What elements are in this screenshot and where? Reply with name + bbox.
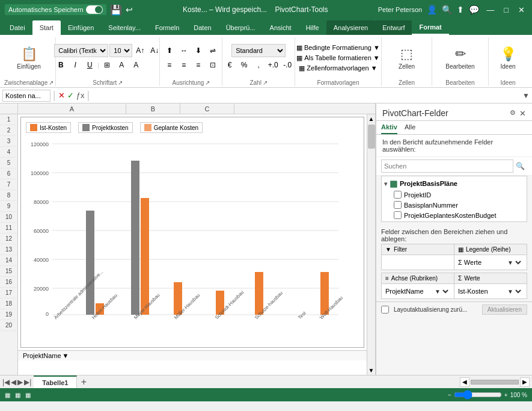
align-center-btn[interactable]: ≡ [177,58,191,72]
align-left-btn[interactable]: ≡ [163,58,176,72]
legende-select[interactable]: ▼ [505,259,523,267]
scroll-down-btn[interactable]: ▼ [367,366,376,375]
bedingte-formatierung-btn[interactable]: ▦ Bedingte Formatierung ▼ [295,43,382,52]
sheet-scroll-right[interactable]: ▶ [520,377,530,387]
wrap-text-btn[interactable]: ⇌ [206,44,219,57]
ideen-btn[interactable]: 💡 Ideen [494,41,522,75]
underline-btn[interactable]: U [83,58,96,72]
zellenformat-btn[interactable]: ▦ Zellenformatvorlagen ▼ [297,64,379,73]
search-icon[interactable]: 🔍 [442,5,452,14]
name-box[interactable]: Kosten na... [2,90,50,102]
align-mid-btn[interactable]: ↔ [177,44,191,57]
share-icon[interactable]: ⬆ [457,5,464,14]
sheet-nav-prev[interactable]: ◀ [11,378,16,386]
increase-font-btn[interactable]: A↑ [133,44,147,57]
legend-ist-kosten[interactable]: Ist-Kosten [26,122,71,133]
tab-format[interactable]: Format [412,20,448,35]
tab-seitenlay[interactable]: Seitenlay... [101,20,148,35]
undo-icon[interactable]: ↩ [126,5,133,14]
font-name-select[interactable]: Calibri (Textk... [54,44,108,57]
save-icon[interactable]: 💾 [110,4,122,16]
formula-expand-icon[interactable]: ▼ [522,91,530,100]
legend-geplante[interactable]: Geplante Kosten [140,122,203,133]
dec-dec-btn[interactable]: -.0 [281,58,294,72]
cancel-formula-icon[interactable]: ✕ [58,91,65,100]
projektid-checkbox[interactable] [394,191,402,199]
align-bot-btn[interactable]: ⬇ [192,44,205,57]
sheet-nav-last[interactable]: ▶| [24,378,31,386]
sheet-scroll-left[interactable]: ◀ [460,377,469,387]
font-color-btn[interactable]: A [129,58,142,72]
scroll-thumb[interactable] [368,125,375,149]
autosave-switch[interactable] [86,5,103,14]
scroll-up-btn[interactable]: ▲ [367,114,376,123]
achse-select[interactable]: ▼ [432,288,450,295]
pivot-field-basisplan[interactable]: BasisplanNummer [384,200,524,210]
border-btn[interactable]: ⊞ [100,58,114,72]
pivot-field-geplantes[interactable]: ProjektGeplantesKostenBudget [384,210,524,220]
sheet-nav-next[interactable]: ▶ [17,378,23,386]
legend-projektkosten[interactable]: Projektkosten [78,122,133,133]
comma-btn[interactable]: , [252,58,265,72]
bold-btn[interactable]: B [54,58,67,72]
werte-select[interactable]: ▼ [505,288,523,295]
align-top-btn[interactable]: ⬆ [163,44,176,57]
chart-area[interactable]: Ist-Kosten Projektkosten Geplante Kosten [18,114,367,375]
pivot-close-icon[interactable]: ✕ [519,109,526,118]
percent-btn[interactable]: % [237,58,251,72]
dec-inc-btn[interactable]: +.0 [266,58,280,72]
fill-color-btn[interactable]: A [115,58,128,72]
tab-ueberprue[interactable]: Überprü... [219,20,263,35]
tab-formeln[interactable]: Formeln [148,20,186,35]
merge-btn[interactable]: ⊡ [206,58,219,72]
pivot-search-icon[interactable]: 🔍 [513,162,527,170]
tab-datei[interactable]: Datei [2,20,32,35]
pivot-tab-aktiv[interactable]: Aktiv [381,121,397,134]
minimize-btn[interactable]: — [484,5,497,14]
sheet-tab-tabelle1[interactable]: Tabelle1 [34,375,77,388]
align-right-btn[interactable]: ≡ [192,58,205,72]
zahl-expand-icon[interactable]: ↗ [263,79,268,86]
confirm-formula-icon[interactable]: ✓ [67,91,74,100]
formula-input[interactable] [92,90,520,102]
tab-start[interactable]: Start [32,20,61,35]
close-btn[interactable]: ✕ [516,5,527,14]
pivot-tab-alle[interactable]: Alle [405,121,415,134]
pivot-field-header[interactable]: ▾ ▦ ProjektBasisPläne [384,178,524,190]
projektname-dropdown[interactable]: ▼ [63,352,69,359]
number-format-select[interactable]: Standard [231,44,286,57]
insert-function-icon[interactable]: ƒx [76,91,85,100]
schriftart-expand-icon[interactable]: ↗ [118,79,123,86]
zoom-plus-btn[interactable]: + [504,392,508,398]
tab-analysieren[interactable]: Analysieren [326,20,375,35]
tab-einfuegen[interactable]: Einfügen [61,20,101,35]
aktualisieren-btn[interactable]: Aktualisieren [482,304,527,315]
pivot-search-input[interactable] [381,159,513,173]
bearbeiten-btn[interactable]: ✏ Bearbeiten [446,41,475,75]
status-grid-icon1[interactable]: ▦ [5,392,10,398]
tab-ansicht[interactable]: Ansicht [263,20,299,35]
autosave-toggle[interactable]: Automatisches Speichern [5,4,106,15]
decrease-font-btn[interactable]: A↓ [148,44,161,57]
currency-btn[interactable]: € [223,58,236,72]
maximize-btn[interactable]: □ [501,5,511,14]
zellen-btn[interactable]: ⬚ Zellen [393,41,421,75]
tab-daten[interactable]: Daten [186,20,218,35]
pivot-gear-icon[interactable]: ⚙ [510,109,516,118]
ausrichtung-expand-icon[interactable]: ↗ [205,79,210,86]
zoom-slider[interactable] [454,390,502,400]
chart-wrapper[interactable]: Ist-Kosten Projektkosten Geplante Kosten [20,117,364,348]
italic-btn[interactable]: I [69,58,82,72]
sheet-nav-first[interactable]: |◀ [2,378,10,386]
geplantes-checkbox[interactable] [394,211,402,219]
font-size-select[interactable]: 10 [109,44,132,57]
einfuegen-btn[interactable]: 📋 Einfügen [14,41,43,75]
basisplan-checkbox[interactable] [394,201,402,209]
tab-entwurf[interactable]: Entwurf [375,20,412,35]
sheet-add-btn[interactable]: + [77,375,90,388]
zoom-minus-btn[interactable]: − [448,392,451,398]
sheet-hscroll-thumb[interactable] [471,380,519,385]
comment-icon[interactable]: 💬 [469,5,479,14]
pivot-field-projektid[interactable]: ProjektID [384,190,524,200]
scrollbar-vertical[interactable]: ▲ ▼ [367,114,375,375]
